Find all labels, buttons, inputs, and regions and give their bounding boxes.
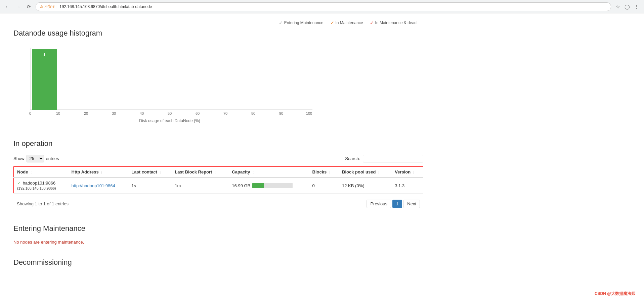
col-blocks[interactable]: Blocks ↕ [309, 167, 339, 178]
browser-chrome: ← → ⟳ ⚠ 不安全 | 192.168.145.103:9870/dfshe… [0, 0, 644, 13]
capacity-text: 16.99 GB [232, 183, 250, 188]
svg-text:10: 10 [56, 111, 60, 115]
sort-last-block-icon: ↕ [214, 170, 216, 174]
http-address-cell: http://hadoop101:9864 [68, 178, 128, 194]
show-label: Show [13, 156, 25, 161]
sort-node-icon: ↕ [30, 170, 32, 174]
blocks-cell: 0 [309, 178, 339, 194]
in-operation-section: In operation Show 25 10 50 100 entries S… [13, 139, 423, 211]
search-label: Search: [345, 156, 360, 161]
bookmark-button[interactable]: ☆ [614, 3, 622, 11]
svg-text:80: 80 [251, 111, 255, 115]
reload-button[interactable]: ⟳ [25, 3, 33, 11]
search-box: Search: [345, 155, 423, 162]
url-text: 192.168.145.103:9870/dfshealth.html#tab-… [59, 4, 152, 9]
svg-rect-2 [32, 49, 57, 110]
entries-label: entries [46, 156, 59, 161]
page-content: ✓ Entering Maintenance ✓ In Maintenance … [0, 13, 437, 287]
next-button[interactable]: Next [403, 200, 420, 208]
legend-in-maintenance-label: In Maintenance [336, 20, 363, 25]
last-block-report-cell: 1m [171, 178, 228, 194]
col-block-pool-used[interactable]: Block pool used ↕ [339, 167, 391, 178]
svg-text:1: 1 [43, 53, 45, 57]
search-input[interactable] [363, 155, 423, 162]
col-capacity[interactable]: Capacity ↕ [228, 167, 309, 178]
in-operation-title: In operation [13, 139, 423, 148]
svg-text:90: 90 [279, 111, 283, 115]
table-controls: Show 25 10 50 100 entries Search: [13, 155, 423, 162]
histogram-svg: 1 0 10 20 30 40 50 60 70 80 90 100 Disk … [13, 44, 316, 125]
svg-text:40: 40 [140, 111, 144, 115]
no-nodes-entering-maintenance-text: No nodes are entering maintenance. [13, 240, 423, 245]
sort-last-contact-icon: ↕ [160, 170, 161, 174]
svg-text:60: 60 [196, 111, 200, 115]
legend-in-maintenance: ✓ In Maintenance [330, 20, 363, 26]
decommissioning-title: Decommissioning [13, 258, 423, 267]
sort-block-pool-icon: ↕ [378, 170, 380, 174]
capacity-cell: 16.99 GB [228, 178, 309, 194]
table-row: ✓ hadoop101:9866(192.168.145.188:9866) h… [14, 178, 423, 194]
capacity-bar-wrap [252, 183, 293, 188]
http-address-link[interactable]: http://hadoop101:9864 [72, 183, 115, 188]
node-cell: ✓ hadoop101:9866(192.168.145.188:9866) [14, 178, 68, 194]
svg-text:20: 20 [84, 111, 88, 115]
entering-maintenance-section: Entering Maintenance No nodes are enteri… [13, 224, 423, 245]
legend-in-maintenance-icon: ✓ [330, 20, 334, 26]
histogram-chart-wrap: 1 0 10 20 30 40 50 60 70 80 90 100 Disk … [13, 44, 316, 126]
sort-blocks-icon: ↕ [329, 170, 331, 174]
back-button[interactable]: ← [3, 3, 11, 11]
decommissioning-section: Decommissioning [13, 258, 423, 267]
page-1-button[interactable]: 1 [392, 200, 402, 208]
node-name: hadoop101:9866(192.168.145.188:9866) [17, 181, 56, 191]
browser-actions: ☆ ◯ ⋮ [614, 3, 641, 11]
col-version[interactable]: Version ↕ [391, 167, 423, 178]
url-bar[interactable]: ⚠ 不安全 | 192.168.145.103:9870/dfshealth.h… [36, 2, 611, 11]
legend-in-maintenance-dead-icon: ✓ [370, 20, 374, 26]
capacity-bar-bg [264, 183, 293, 188]
svg-text:100: 100 [306, 111, 312, 115]
legend-in-maintenance-dead: ✓ In Maintenance & dead [370, 20, 417, 26]
sort-capacity-icon: ↕ [252, 170, 254, 174]
capacity-bar-fill [252, 183, 264, 188]
histogram-section: Datanode usage histogram 1 0 10 20 30 40… [13, 29, 423, 126]
profile-button[interactable]: ◯ [623, 3, 631, 11]
entering-maintenance-title: Entering Maintenance [13, 224, 423, 233]
pagination: Previous 1 Next [367, 200, 420, 208]
svg-text:30: 30 [112, 111, 116, 115]
table-footer: Showing 1 to 1 of 1 entries Previous 1 N… [13, 197, 423, 211]
security-warning: ⚠ 不安全 | [40, 4, 57, 9]
forward-button[interactable]: → [14, 3, 22, 11]
svg-text:70: 70 [223, 111, 227, 115]
histogram-title: Datanode usage histogram [13, 29, 423, 38]
node-status-icon: ✓ [17, 181, 21, 186]
sort-http-icon: ↕ [101, 170, 102, 174]
show-entries: Show 25 10 50 100 entries [13, 155, 59, 162]
last-contact-cell: 1s [128, 178, 171, 194]
showing-entries-text: Showing 1 to 1 of 1 entries [17, 201, 69, 206]
legend-bar: ✓ Entering Maintenance ✓ In Maintenance … [13, 20, 423, 26]
header-row: Node ↕ Http Address ↕ Last contact ↕ Las… [14, 167, 423, 178]
block-pool-used-cell: 12 KB (0%) [339, 178, 391, 194]
legend-entering-maintenance-label: Entering Maintenance [284, 20, 324, 25]
col-http-address[interactable]: Http Address ↕ [68, 167, 128, 178]
legend-entering-maintenance: ✓ Entering Maintenance [279, 20, 324, 26]
col-node[interactable]: Node ↕ [14, 167, 68, 178]
col-last-contact[interactable]: Last contact ↕ [128, 167, 171, 178]
table-header: Node ↕ Http Address ↕ Last contact ↕ Las… [14, 167, 423, 178]
table-body: ✓ hadoop101:9866(192.168.145.188:9866) h… [14, 178, 423, 194]
svg-text:0: 0 [29, 111, 31, 115]
sort-version-icon: ↕ [413, 170, 415, 174]
col-last-block-report[interactable]: Last Block Report ↕ [171, 167, 228, 178]
svg-text:50: 50 [168, 111, 172, 115]
svg-text:Disk usage of each DataNode (%: Disk usage of each DataNode (%) [139, 118, 200, 123]
entries-select[interactable]: 25 10 50 100 [27, 155, 44, 162]
legend-in-maintenance-dead-label: In Maintenance & dead [375, 20, 417, 25]
menu-button[interactable]: ⋮ [633, 3, 641, 11]
datanode-table: Node ↕ Http Address ↕ Last contact ↕ Las… [13, 166, 423, 194]
legend-entering-maintenance-icon: ✓ [279, 20, 283, 26]
previous-button[interactable]: Previous [367, 200, 391, 208]
version-cell: 3.1.3 [391, 178, 423, 194]
